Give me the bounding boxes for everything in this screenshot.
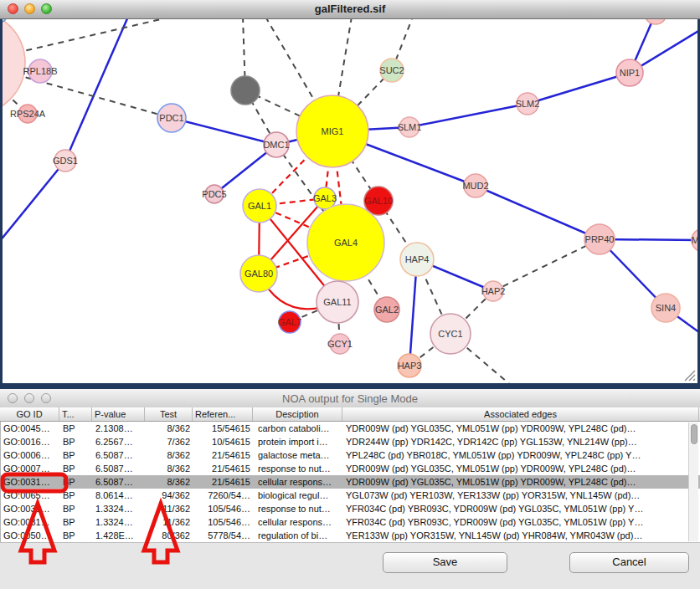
table-row[interactable]: GO:0045…BP2.1308…8/36215/54615carbon cat… xyxy=(1,422,700,435)
vertical-scrollbar[interactable] xyxy=(688,423,698,541)
cell-edges: YER133W (pp) YOR315W, YNL145W (pd) YHR08… xyxy=(343,529,687,542)
column-header-goid[interactable]: GO ID xyxy=(0,407,59,421)
table-row[interactable]: GO:0050…BP1.428E…80/3625778/54…regulatio… xyxy=(1,529,700,542)
column-header-desciption[interactable]: Desciption xyxy=(253,407,342,421)
scrollbar-thumb[interactable] xyxy=(691,424,697,444)
cell-go_id: GO:0050… xyxy=(1,529,60,542)
noa-window-title: NOA output for Single Mode xyxy=(0,392,700,405)
cell-test: 8/362 xyxy=(146,422,193,435)
node-label: MUD2 xyxy=(462,181,488,191)
node-label: PDC5 xyxy=(202,189,226,199)
cell-test: 8/362 xyxy=(146,462,193,475)
node-label: SLM1 xyxy=(398,122,422,132)
cell-test: 7/362 xyxy=(146,435,193,448)
cell-type: BP xyxy=(60,435,93,448)
cell-test: 11/362 xyxy=(146,502,193,515)
node-label: RPS24A xyxy=(10,109,46,119)
node-label: GAL10 xyxy=(364,196,393,206)
table-row[interactable]: GO:0031…BP1.3324…11/362105/546…cellular … xyxy=(1,515,700,529)
cell-p_value: 1.428E… xyxy=(93,529,146,542)
results-table: GO:0045…BP2.1308…8/36215/54615carbon cat… xyxy=(0,422,700,542)
cell-edges: YPL248C (pd) YBR018C, YML051W (pp) YDR00… xyxy=(343,448,687,462)
node-label: GAL7 xyxy=(278,317,301,327)
cell-go_id: GO:0065… xyxy=(1,489,60,502)
cell-go_id: GO:0031… xyxy=(1,475,60,489)
node-label: PRP40 xyxy=(585,234,615,244)
cell-edges: YFR034C (pd) YBR093C, YDR009W (pd) YGL03… xyxy=(343,515,687,529)
table-row[interactable]: GO:0065…BP8.0614…94/3627260/54…biologica… xyxy=(1,489,700,502)
cell-description: cellular respons… xyxy=(254,475,343,489)
cell-type: BP xyxy=(60,529,93,542)
cell-go_id: GO:0007… xyxy=(1,462,60,475)
cancel-button[interactable]: Cancel xyxy=(569,552,689,573)
column-header-associatededges[interactable]: Associated edges xyxy=(342,407,699,421)
cell-edges: YDR009W (pd) YGL035C, YML051W (pp) YDR00… xyxy=(343,422,687,435)
node-label: PDC1 xyxy=(159,113,183,123)
table-row[interactable]: GO:0007…BP6.5087…8/36221/54615response t… xyxy=(1,462,700,475)
node-label: HAP3 xyxy=(398,361,422,371)
cell-description: protein import i… xyxy=(254,435,343,448)
cell-type: BP xyxy=(60,448,93,462)
network-canvas[interactable]: RPL18BRPS24AGDS1PDC1DMC1MIG1SUC2SLM1SLM2… xyxy=(3,18,697,383)
network-edge-dashed xyxy=(493,239,600,291)
cell-description: response to nut… xyxy=(254,502,343,515)
cell-reference: 105/546… xyxy=(193,502,254,515)
network-node-unlabeled[interactable] xyxy=(231,76,260,105)
cell-test: 8/362 xyxy=(146,448,193,462)
cell-description: carbon cataboli… xyxy=(254,422,343,435)
network-edge-blue xyxy=(528,73,630,104)
table-row[interactable]: GO:0006…BP6.5087…8/36221/54615galactose … xyxy=(1,448,700,462)
network-node-unlabeled[interactable] xyxy=(645,18,667,24)
node-label: GAL4 xyxy=(334,238,358,248)
node-label: GAL80 xyxy=(244,269,273,279)
cell-description: regulation of bi… xyxy=(254,529,343,542)
cell-reference: 21/54615 xyxy=(193,448,254,462)
node-label: GDS1 xyxy=(53,156,78,166)
cell-p_value: 6.5087… xyxy=(93,448,146,462)
network-edge-blue xyxy=(172,118,276,145)
node-label: GAL2 xyxy=(375,305,399,315)
node-label: SLM2 xyxy=(516,99,540,109)
table-row[interactable]: GO:0031…BP1.3324…11/362105/546…response … xyxy=(1,502,700,515)
node-label: GAL11 xyxy=(323,297,351,307)
cell-reference: 105/546… xyxy=(193,515,254,529)
button-bar: Save Cancel xyxy=(0,542,700,589)
cell-description: galactose meta… xyxy=(254,448,343,462)
network-edge-blue xyxy=(409,104,528,127)
cell-go_id: GO:0031… xyxy=(1,502,60,515)
cell-description: biological regul… xyxy=(254,489,343,502)
cell-type: BP xyxy=(60,462,93,475)
cell-edges: YDR009W (pd) YGL035C, YML051W (pp) YDR00… xyxy=(343,475,687,489)
cell-reference: 21/54615 xyxy=(193,475,254,489)
network-window-title: galFiltered.sif xyxy=(0,3,700,15)
node-label: CYC1 xyxy=(438,329,462,339)
node-label: MSL1 xyxy=(692,235,697,245)
cell-type: BP xyxy=(60,502,93,515)
node-label: NIP1 xyxy=(620,68,640,78)
column-header-test[interactable]: Test xyxy=(145,407,193,421)
save-button[interactable]: Save xyxy=(383,552,507,573)
cell-p_value: 6.5087… xyxy=(93,462,146,475)
column-header-pvalue[interactable]: P-value xyxy=(92,407,145,421)
node-label: GAL1 xyxy=(248,201,271,211)
resize-grip-icon[interactable] xyxy=(683,369,697,382)
cell-test: 11/362 xyxy=(146,515,193,529)
node-label: GCY1 xyxy=(327,339,353,349)
column-header-referen[interactable]: Referen... xyxy=(193,407,253,421)
network-edge-blue xyxy=(476,186,600,239)
cell-test: 80/362 xyxy=(146,529,193,542)
table-row[interactable]: GO:0031…BP6.5087…8/36221/54615cellular r… xyxy=(1,475,700,489)
column-header-t[interactable]: T... xyxy=(59,407,92,421)
cell-p_value: 1.3324… xyxy=(93,515,146,529)
cell-description: response to nut… xyxy=(254,462,343,475)
cell-edges: YDR009W (pd) YGL035C, YML051W (pp) YDR00… xyxy=(343,462,687,475)
node-label: GAL3 xyxy=(313,193,337,203)
cell-type: BP xyxy=(60,475,93,489)
table-row[interactable]: GO:0016…BP6.2567…7/36210/54615protein im… xyxy=(1,435,700,448)
network-graph: RPL18BRPS24AGDS1PDC1DMC1MIG1SUC2SLM1SLM2… xyxy=(3,18,697,383)
cell-reference: 7260/54… xyxy=(193,489,254,502)
node-label: HAP4 xyxy=(405,254,430,264)
cell-go_id: GO:0016… xyxy=(1,435,60,448)
node-label: HAP2 xyxy=(481,286,506,296)
cell-test: 94/362 xyxy=(146,489,193,502)
